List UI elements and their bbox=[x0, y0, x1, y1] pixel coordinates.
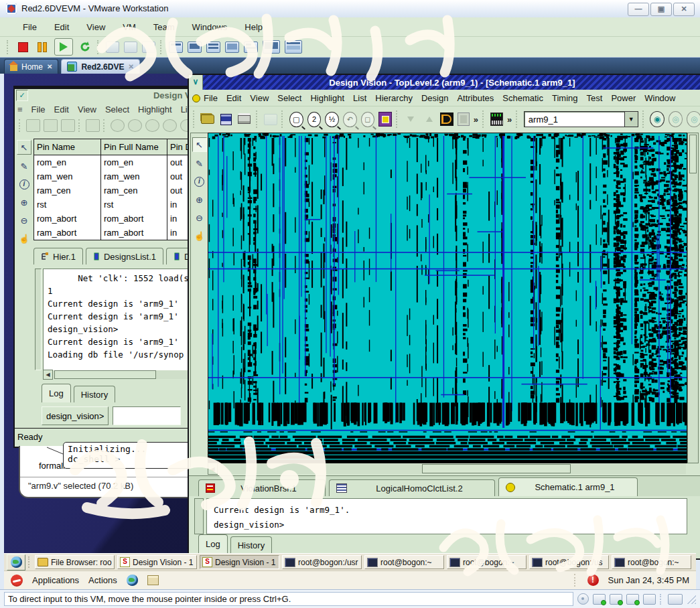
revert-icon[interactable] bbox=[124, 42, 137, 53]
tab-home[interactable]: Home ✕ bbox=[4, 59, 58, 74]
show-desktop-button[interactable] bbox=[7, 554, 25, 571]
dvb-menu-edit[interactable]: Edit bbox=[54, 104, 69, 115]
file-browser-panel[interactable]: formali Initializing... dc_shell > "arm9… bbox=[19, 446, 197, 498]
dvf-titlebar[interactable]: ∨ Design Vision - TopLevel.2 (arm9_1) - … bbox=[189, 75, 700, 90]
dvf-menu-edit[interactable]: Edit bbox=[226, 93, 241, 103]
menu-edit[interactable]: Edit bbox=[54, 22, 69, 32]
zoom-in-tool-icon[interactable]: ⊕ bbox=[193, 193, 206, 206]
dvb-titlebar[interactable]: ✓ Design Vi bbox=[15, 89, 197, 102]
zoom-out-tool-icon[interactable]: ⊖ bbox=[17, 214, 31, 227]
cdrom-device-icon[interactable] bbox=[577, 593, 589, 605]
zoom-back-icon[interactable]: ↶ bbox=[343, 112, 357, 127]
tab-home-close-icon[interactable]: ✕ bbox=[47, 63, 52, 70]
dvf-menu-power[interactable]: Power bbox=[611, 93, 636, 103]
table-row[interactable]: rom_enrom_enout bbox=[34, 155, 198, 170]
taskbar-design-vision-2[interactable]: S Design Vision - 1 bbox=[200, 555, 279, 569]
design-vision-main-window[interactable]: ✓ Design Vi ≡ File Edit View Select High… bbox=[13, 86, 198, 448]
timing-report-icon[interactable] bbox=[490, 112, 504, 126]
scroll-thumb[interactable] bbox=[689, 135, 697, 173]
snapshot-manager-icon[interactable] bbox=[142, 42, 155, 53]
print-icon[interactable] bbox=[237, 111, 251, 127]
view-full-design-icon[interactable] bbox=[378, 112, 392, 127]
usb-device-icon[interactable] bbox=[643, 594, 656, 605]
nav-up-icon[interactable]: ◎ bbox=[687, 111, 700, 127]
unity-icon[interactable] bbox=[244, 42, 258, 53]
dvf-menu-highlight[interactable]: Highlight bbox=[310, 93, 344, 103]
schematic-hscrollbar[interactable]: ◀ bbox=[208, 463, 686, 474]
dvb-log-hscrollbar[interactable]: ◀ bbox=[43, 370, 196, 379]
taskbar-design-vision-1[interactable]: S Design Vision - 1 bbox=[117, 555, 197, 569]
nav-forward-icon[interactable]: ◎ bbox=[669, 111, 683, 127]
dvf-window-menu-icon[interactable]: ∨ bbox=[189, 75, 203, 90]
power-on-button[interactable] bbox=[54, 38, 73, 56]
design-vision-schematic-window[interactable]: ∨ Design Vision - TopLevel.2 (arm9_1) - … bbox=[188, 74, 700, 560]
table-row[interactable]: ram_abortram_abortin bbox=[34, 226, 198, 240]
descend-icon[interactable] bbox=[404, 111, 418, 127]
zoom-in2-icon[interactable]: 2 bbox=[307, 112, 322, 127]
tab-violation-browser[interactable]: ViolationBrsr.1 bbox=[198, 479, 326, 496]
menu-windows[interactable]: Windows bbox=[192, 22, 228, 32]
dvb-menu-view[interactable]: View bbox=[78, 104, 96, 115]
reset-button[interactable] bbox=[78, 40, 92, 54]
ascend-icon[interactable] bbox=[422, 111, 436, 127]
dvf-menu-file[interactable]: File bbox=[204, 93, 218, 103]
open-icon[interactable] bbox=[26, 119, 40, 132]
redhat-menu-icon[interactable] bbox=[11, 575, 23, 587]
dvf-menu-schematic[interactable]: Schematic bbox=[502, 93, 543, 103]
tab-designslist[interactable]: DesignsList.1 bbox=[86, 248, 163, 264]
select-tool-icon[interactable]: ↖ bbox=[17, 140, 31, 155]
menu-help[interactable]: Help bbox=[244, 22, 263, 32]
tab-log[interactable]: Log bbox=[42, 384, 71, 402]
web-browser-launcher-icon[interactable] bbox=[127, 575, 138, 586]
quick-switch-icon[interactable] bbox=[263, 40, 280, 54]
zoom-back-icon[interactable] bbox=[163, 119, 177, 132]
alert-notification-icon[interactable]: ! bbox=[587, 575, 599, 586]
nav-back-icon[interactable]: ◉ bbox=[650, 111, 664, 127]
pin-table-header[interactable]: Pin Full Name bbox=[101, 139, 167, 155]
combobox-dropdown-icon[interactable]: ▼ bbox=[624, 112, 638, 127]
save-icon[interactable] bbox=[219, 111, 233, 127]
taskbar-terminal-1[interactable]: root@bogon:/usr bbox=[282, 555, 362, 569]
draw-tool-icon[interactable]: ✎ bbox=[17, 159, 31, 173]
taskbar-file-browser[interactable]: File Browser: roo bbox=[35, 555, 115, 569]
zoom-full-icon[interactable]: ▢ bbox=[289, 112, 303, 127]
minimize-button[interactable]: — bbox=[628, 3, 649, 16]
pin-table-header[interactable]: Pin Name bbox=[34, 139, 101, 155]
scroll-thumb[interactable] bbox=[422, 464, 571, 474]
select-tool-icon[interactable]: ↖ bbox=[192, 137, 207, 152]
dvf-menu-test[interactable]: Test bbox=[587, 93, 603, 103]
dvb-menu-highlight[interactable]: Highlight bbox=[138, 104, 172, 115]
tab-log[interactable]: Log bbox=[198, 534, 228, 553]
info-tool-icon[interactable]: i bbox=[17, 177, 31, 191]
dvb-menu-file[interactable]: File bbox=[31, 104, 46, 115]
open-icon[interactable] bbox=[201, 111, 215, 127]
dvf-log-vscrollbar[interactable] bbox=[194, 498, 204, 534]
dvb-window-menu-icon[interactable]: ✓ bbox=[16, 90, 28, 101]
zoom-in-tool-icon[interactable]: ⊕ bbox=[17, 196, 31, 209]
scroll-left-icon[interactable]: ◀ bbox=[43, 370, 53, 380]
taskbar-terminal-3[interactable]: root@bogon:~ bbox=[447, 555, 527, 569]
zoom-half-icon[interactable]: ½ bbox=[325, 112, 339, 127]
menu-vm[interactable]: VM bbox=[123, 22, 136, 32]
dvb-command-input[interactable] bbox=[113, 406, 181, 425]
tab-history[interactable]: History bbox=[230, 536, 272, 553]
pan-tool-icon[interactable]: ☝ bbox=[17, 232, 31, 245]
paste-icon[interactable] bbox=[86, 119, 100, 132]
draw-tool-icon[interactable]: ✎ bbox=[193, 157, 206, 170]
dvf-menu-list[interactable]: List bbox=[353, 93, 366, 103]
table-row[interactable]: rom_abortrom_abortin bbox=[34, 212, 198, 226]
design-combobox[interactable]: arm9_1 ▼ bbox=[524, 111, 638, 127]
close-button[interactable]: ✕ bbox=[673, 3, 695, 16]
dvf-menu-timing[interactable]: Timing bbox=[552, 93, 578, 103]
harddisk-device-icon[interactable] bbox=[593, 594, 606, 605]
dvf-menu-attributes[interactable]: Attributes bbox=[457, 93, 494, 103]
fullscreen-icon[interactable] bbox=[225, 42, 239, 53]
schematic-canvas[interactable] bbox=[208, 133, 687, 463]
dvf-menu-select[interactable]: Select bbox=[277, 93, 301, 103]
dvf-menu-hierarchy[interactable]: Hierarchy bbox=[375, 93, 413, 103]
taskbar-terminal-4[interactable]: root@bogon:/us bbox=[529, 555, 609, 569]
info-tool-icon[interactable]: i bbox=[193, 175, 206, 188]
applications-menu[interactable]: Applications bbox=[32, 575, 79, 585]
dvb-log-output[interactable]: Net 'clk': 1552 load(s 1 Current design … bbox=[43, 269, 201, 373]
taskbar-terminal-5[interactable]: root@bogon:~ bbox=[612, 555, 691, 569]
